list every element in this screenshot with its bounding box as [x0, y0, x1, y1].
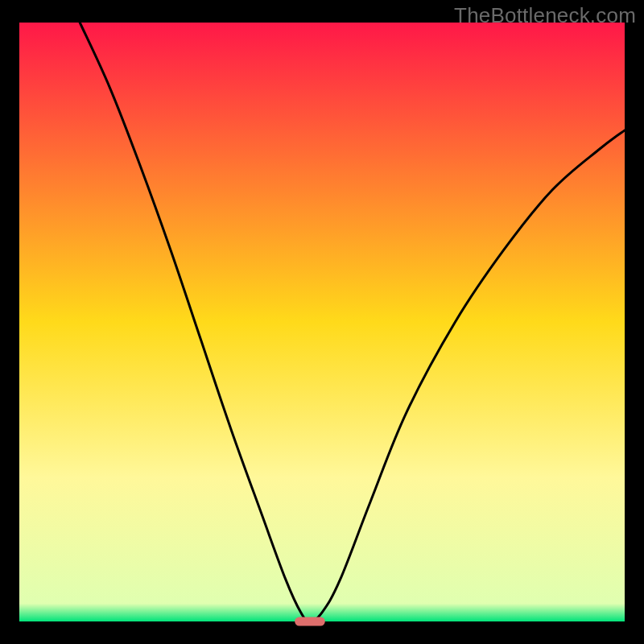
optimum-marker: [295, 617, 325, 625]
bottleneck-chart: TheBottleneck.com: [0, 0, 644, 644]
chart-svg: [0, 0, 644, 644]
plot-area: [19, 23, 625, 621]
watermark-text: TheBottleneck.com: [454, 3, 636, 28]
